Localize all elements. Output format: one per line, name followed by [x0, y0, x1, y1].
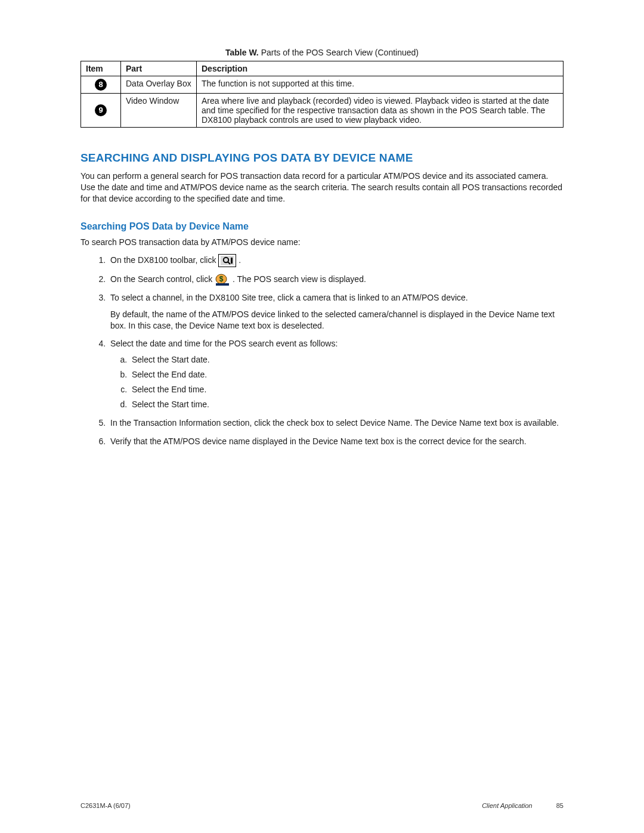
- table-caption-text: Parts of the POS Search View (Continued): [261, 48, 419, 57]
- step-3-text-b: By default, the name of the ATM/POS devi…: [110, 309, 564, 332]
- pos-search-icon: $: [215, 274, 233, 284]
- substep-a: Select the Start date.: [129, 354, 564, 366]
- svg-rect-6: [216, 283, 229, 286]
- intro-paragraph: You can perform a general search for POS…: [80, 171, 564, 205]
- step-4-text: Select the date and time for the POS sea…: [110, 339, 338, 348]
- substeps-list: Select the Start date. Select the End da…: [110, 354, 564, 411]
- page-footer: C2631M-A (6/07) Client Application 85: [80, 802, 564, 809]
- step-2: On the Search control, click $ . The POS…: [108, 273, 564, 286]
- step-2-text-a: On the Search control, click: [110, 274, 215, 284]
- document-page: Table W. Parts of the POS Search View (C…: [0, 0, 644, 833]
- step-5: In the Transaction Information section, …: [108, 417, 564, 429]
- svg-rect-3: [231, 258, 233, 264]
- substep-d: Select the Start time.: [129, 398, 564, 411]
- item-number-badge: 9: [95, 104, 107, 116]
- table-row: 9 Video Window Area where live and playb…: [81, 94, 564, 128]
- cell-item: 8: [81, 76, 121, 94]
- cell-item: 9: [81, 94, 121, 128]
- step-1-text-a: On the DX8100 toolbar, click: [110, 255, 218, 265]
- step-3: To select a channel, in the DX8100 Site …: [108, 292, 564, 332]
- step-1-text-b: .: [239, 255, 241, 265]
- col-header-item: Item: [81, 61, 121, 76]
- heading-searching-displaying: SEARCHING AND DISPLAYING POS DATA BY DEV…: [80, 151, 564, 165]
- step-2-text-b: . The POS search view is displayed.: [233, 274, 366, 284]
- table-row: 8 Data Overlay Box The function is not s…: [81, 76, 564, 94]
- cell-description: The function is not supported at this ti…: [197, 76, 564, 94]
- heading-searching-pos-data: Searching POS Data by Device Name: [80, 221, 564, 232]
- step-3-text-a: To select a channel, in the DX8100 Site …: [110, 293, 468, 302]
- footer-doc-id: C2631M-A (6/07): [80, 802, 131, 809]
- table-caption-prefix: Table W.: [225, 48, 259, 57]
- step-6: Verify that the ATM/POS device name disp…: [108, 435, 564, 448]
- footer-page-number: 85: [556, 802, 564, 809]
- col-header-description: Description: [197, 61, 564, 76]
- substep-b: Select the End date.: [129, 368, 564, 381]
- step-4: Select the date and time for the POS sea…: [108, 337, 564, 411]
- cell-part: Video Window: [121, 94, 197, 128]
- steps-intro: To search POS transaction data by ATM/PO…: [80, 237, 564, 248]
- item-number-badge: 8: [95, 79, 107, 91]
- table-header-row: Item Part Description: [81, 61, 564, 76]
- footer-section-name: Client Application: [482, 802, 532, 809]
- svg-text:$: $: [219, 275, 224, 283]
- cell-description: Area where live and playback (recorded) …: [197, 94, 564, 128]
- steps-list: On the DX8100 toolbar, click . On the Se…: [80, 254, 564, 448]
- search-toolbar-icon: [218, 254, 236, 267]
- parts-table: Item Part Description 8 Data Overlay Box…: [80, 61, 564, 128]
- step-1: On the DX8100 toolbar, click .: [108, 254, 564, 267]
- table-caption: Table W. Parts of the POS Search View (C…: [80, 48, 564, 57]
- col-header-part: Part: [121, 61, 197, 76]
- cell-part: Data Overlay Box: [121, 76, 197, 94]
- substep-c: Select the End time.: [129, 383, 564, 396]
